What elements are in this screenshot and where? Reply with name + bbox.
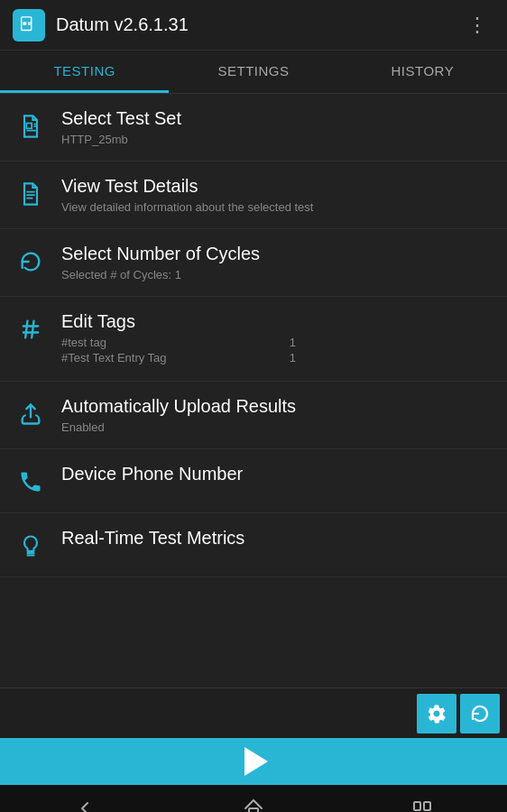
tag-row-2: #Test Text Entry Tag 1 [61,351,296,364]
view-test-details-title: View Test Details [61,176,493,197]
document-icon [14,110,47,143]
auto-upload-title: Automatically Upload Results [61,396,493,417]
select-test-set-subtitle: HTTP_25mb [61,133,493,146]
select-test-set-title: Select Test Set [61,108,493,129]
realtime-metrics-item[interactable]: Real-Time Test Metrics [0,513,507,577]
phone-icon [14,466,47,498]
svg-rect-18 [424,802,430,810]
play-icon [244,747,268,776]
app-title: Datum v2.6.1.31 [56,14,460,35]
tab-settings[interactable]: Settings [169,51,337,93]
view-test-details-subtitle: View detailed information about the sele… [61,200,493,214]
view-test-details-item[interactable]: View Test Details View detailed informat… [0,161,507,229]
realtime-metrics-content: Real-Time Test Metrics [61,528,493,552]
bulb-icon [14,530,47,562]
tag-row-1: #test tag 1 [61,336,296,349]
nav-bar [0,785,507,812]
title-bar: Datum v2.6.1.31 ⋮ [0,0,507,51]
phone-number-content: Device Phone Number [61,464,493,488]
select-cycles-item[interactable]: Select Number of Cycles Selected # of Cy… [0,229,507,297]
back-button[interactable] [0,785,169,812]
tab-bar: Testing Settings History [0,51,507,94]
svg-rect-17 [414,802,420,810]
select-cycles-content: Select Number of Cycles Selected # of Cy… [61,244,493,281]
tab-testing[interactable]: Testing [0,51,169,93]
select-test-set-content: Select Test Set HTTP_25mb [61,108,493,146]
settings-toolbar-button[interactable] [417,694,456,734]
edit-tags-title: Edit Tags [61,311,493,332]
tags-list: #test tag 1 #Test Text Entry Tag 1 [61,336,493,364]
tab-history[interactable]: History [338,51,507,93]
auto-upload-content: Automatically Upload Results Enabled [61,396,493,434]
svg-line-14 [32,321,33,338]
home-button[interactable] [169,785,337,812]
auto-upload-item[interactable]: Automatically Upload Results Enabled [0,382,507,449]
edit-tags-content: Edit Tags #test tag 1 #Test Text Entry T… [61,311,493,366]
select-test-set-item[interactable]: Select Test Set HTTP_25mb [0,94,507,161]
content-area: Select Test Set HTTP_25mb View Test Deta… [0,94,507,687]
edit-tags-item[interactable]: Edit Tags #test tag 1 #Test Text Entry T… [0,297,507,382]
tag-2-name: #Test Text Entry Tag [61,351,167,364]
overflow-menu-button[interactable]: ⋮ [460,10,494,41]
app-icon [13,9,45,42]
refresh-icon [14,245,47,278]
realtime-metrics-title: Real-Time Test Metrics [61,528,493,549]
auto-upload-subtitle: Enabled [61,420,493,434]
view-test-details-content: View Test Details View detailed informat… [61,176,493,214]
recents-button[interactable] [338,785,507,812]
upload-icon [14,398,47,430]
tag-1-value: 1 [290,336,296,349]
select-cycles-title: Select Number of Cycles [61,244,493,264]
tag-1-name: #test tag [61,336,106,349]
svg-rect-4 [26,124,32,129]
phone-number-title: Device Phone Number [61,464,493,484]
svg-line-13 [25,321,27,338]
play-bar[interactable] [0,738,507,785]
refresh-toolbar-button[interactable] [460,694,500,734]
svg-rect-16 [249,808,258,812]
svg-rect-1 [23,22,27,25]
phone-number-item[interactable]: Device Phone Number [0,449,507,513]
select-cycles-subtitle: Selected # of Cycles: 1 [61,268,493,281]
tag-2-value: 1 [290,351,296,364]
hash-icon [14,313,47,346]
bottom-toolbar [0,687,507,738]
list-icon [14,178,47,210]
